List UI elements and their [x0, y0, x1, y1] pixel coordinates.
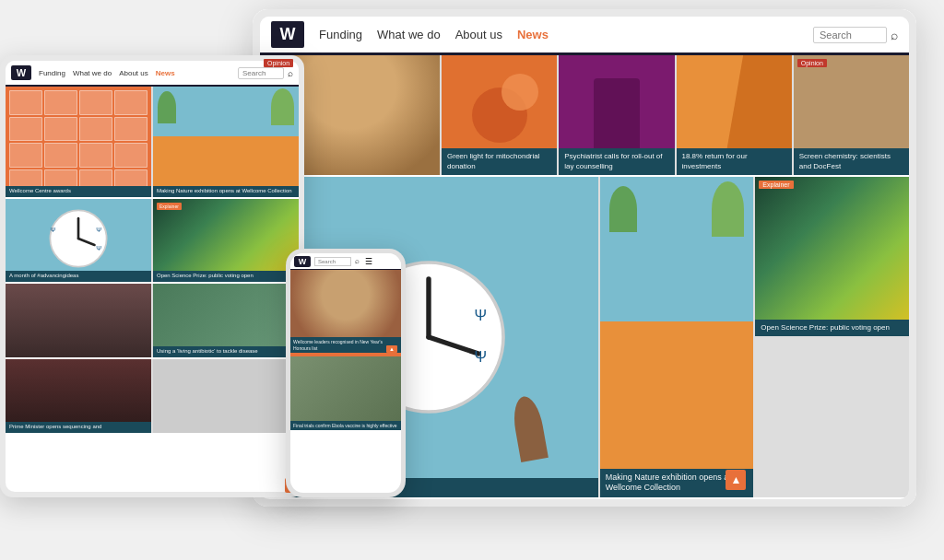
mobile-nav: W ⌕ ☰ [290, 253, 401, 270]
mobile-scroll-btn[interactable]: ▲ [386, 345, 397, 353]
tablet-card-placeholder[interactable] [153, 359, 299, 433]
desktop-card-return-title: 18.8% return for our investments [677, 148, 792, 175]
desktop-search-icon[interactable]: ⌕ [891, 28, 898, 42]
desktop-card-brain[interactable]: Explainer Open Science Prize: public vot… [755, 177, 909, 336]
tablet-screen: W Funding What we do About us News ⌕ [6, 61, 299, 492]
mobile-content: Wellcome leaders recognised in New Year'… [290, 270, 401, 493]
tablet-item-row: Using a 'living antibiotic' to tackle di… [6, 284, 299, 357]
tablet-card-clock[interactable]: Ψ Ψ Ψ A month of #advancingideas [6, 199, 151, 282]
tablet-birds-title: Making Nature exhibition opens at Wellco… [153, 186, 299, 197]
svg-text:Ψ: Ψ [475, 307, 488, 323]
svg-text:Ψ: Ψ [96, 227, 101, 233]
desktop-card-green-light[interactable]: Green light for mitochondrial donation [442, 55, 557, 175]
tablet-card-birds[interactable]: Making Nature exhibition opens at Wellco… [153, 87, 299, 197]
tablet-search-input[interactable] [238, 67, 284, 79]
mobile-search-icon[interactable]: ⌕ [355, 257, 360, 265]
desktop-card-birds[interactable]: Making Nature exhibition opens at Wellco… [600, 177, 754, 497]
mobile-menu-icon[interactable]: ☰ [365, 257, 372, 266]
mobile-logo: W [294, 256, 311, 267]
mobile-ebola-title: Final trials confirm Ebola vaccine is hi… [290, 421, 401, 431]
tablet-card-hair-full[interactable]: Prime Minister opens sequencing and [6, 359, 151, 433]
tablet-search-icon[interactable]: ⌕ [288, 68, 293, 78]
svg-text:Ψ: Ψ [96, 245, 101, 251]
mobile-search-input[interactable] [314, 257, 351, 266]
tablet-mid-row: Ψ Ψ Ψ A month of #advancingideas Explain… [6, 199, 299, 282]
desktop-card-screen-chem[interactable]: Opinion Screen chemistry: scientists and… [794, 55, 909, 175]
tablet-nav-news[interactable]: News [156, 69, 175, 77]
tablet-card-awards[interactable]: Wellcome Centre awards [6, 87, 151, 197]
desktop-scroll-up[interactable]: ▲ [726, 470, 746, 490]
tablet-logo: W [11, 65, 31, 80]
tablet-nav-about[interactable]: About us [119, 69, 148, 77]
tablet-hair-title: Prime Minister opens sequencing and [6, 422, 151, 433]
desktop-nav: W Funding What we do About us News ⌕ [260, 17, 909, 55]
desktop-card-green-light-title: Green light for mitochondrial donation [442, 148, 557, 175]
svg-text:Ψ: Ψ [50, 227, 55, 233]
scene: W Funding What we do About us News ⌕ [0, 0, 944, 560]
tablet-search: ⌕ [238, 67, 293, 79]
mobile-card-face1[interactable]: Wellcome leaders recognised in New Year'… [290, 270, 401, 353]
tablet-nav: W Funding What we do About us News ⌕ [6, 61, 299, 87]
tablet-bottom-row: Prime Minister opens sequencing and [6, 359, 299, 433]
mobile-device: W ⌕ ☰ Wellcome leaders recognised in New… [286, 249, 406, 497]
desktop-nav-funding[interactable]: Funding [319, 28, 362, 41]
svg-text:Ψ: Ψ [475, 348, 488, 365]
desktop-card-face-opinion: Opinion [264, 59, 293, 67]
mobile-honours-title: Wellcome leaders recognised in New Year'… [290, 337, 401, 353]
tablet-brain-title: Open Science Prize: public voting open [153, 271, 299, 282]
tablet-explainer-tag: Explainer [157, 203, 182, 210]
desktop-card-psychiatrist[interactable]: Psychiatrist calls for roll-out of lay c… [559, 55, 674, 175]
tablet-awards-title: Wellcome Centre awards [6, 186, 151, 197]
tablet-top-row: Wellcome Centre awards Making Nature exh… [6, 87, 299, 197]
tablet-nav-funding[interactable]: Funding [39, 69, 65, 77]
tablet-clock-title: A month of #advancingideas [6, 271, 151, 282]
mobile-card-face2[interactable]: Final trials confirm Ebola vaccine is hi… [290, 356, 401, 430]
desktop-right-col: Explainer Open Science Prize: public vot… [755, 177, 909, 497]
desktop-nav-about[interactable]: About us [455, 28, 502, 41]
tablet-content: Wellcome Centre awards Making Nature exh… [6, 87, 299, 492]
desktop-card-brain-explainer: Explainer [759, 181, 793, 189]
desktop-nav-news[interactable]: News [517, 28, 549, 41]
tablet-device: W Funding What we do About us News ⌕ [0, 55, 304, 497]
tablet-nav-what[interactable]: What we do [73, 69, 112, 77]
desktop-search-input[interactable] [813, 27, 887, 43]
desktop-card-screen-opinion: Opinion [797, 59, 827, 67]
desktop-logo: W [271, 21, 304, 48]
desktop-nav-what[interactable]: What we do [377, 28, 441, 41]
desktop-card-brain-title: Open Science Prize: public voting open [755, 320, 909, 336]
desktop-search-area: ⌕ [813, 27, 898, 43]
tablet-fish-title: Using a 'living antibiotic' to tackle di… [153, 346, 299, 357]
desktop-card-psychiatrist-title: Psychiatrist calls for roll-out of lay c… [559, 148, 674, 175]
desktop-card-return[interactable]: 18.8% return for our investments [677, 55, 792, 175]
desktop-top-row: Opinion Green light for mitochondrial do… [260, 55, 909, 175]
mobile-screen: W ⌕ ☰ Wellcome leaders recognised in New… [290, 253, 401, 493]
desktop-card-screen-chem-title: Screen chemistry: scientists and DocFest [794, 148, 909, 175]
tablet-card-fish[interactable]: Using a 'living antibiotic' to tackle di… [153, 284, 299, 357]
tablet-card-brain[interactable]: Explainer Open Science Prize: public vot… [153, 199, 299, 282]
tablet-card-hair[interactable] [6, 284, 151, 357]
